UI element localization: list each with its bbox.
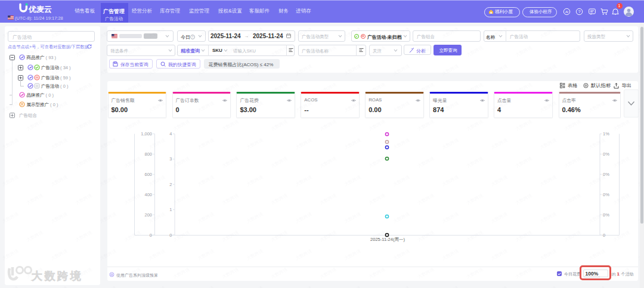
svg-text:0%: 0% — [603, 151, 609, 157]
svg-text:0: 0 — [169, 233, 172, 238]
svg-text:0: 0 — [150, 233, 152, 238]
svg-text:0: 0 — [603, 233, 605, 238]
svg-text:1: 1 — [169, 207, 172, 212]
svg-text:0%: 0% — [603, 172, 609, 177]
svg-text:1,000: 1,000 — [141, 131, 152, 137]
svg-text:2025-11-24(周一): 2025-11-24(周一) — [370, 237, 405, 242]
svg-text:2: 2 — [169, 182, 172, 187]
svg-text:600: 600 — [144, 172, 152, 177]
svg-text:3: 3 — [169, 156, 172, 162]
svg-text:大数跨境: 大数跨境 — [31, 270, 83, 282]
svg-text:800: 800 — [144, 151, 152, 157]
svg-text:4: 4 — [169, 131, 172, 137]
svg-text:AI: AI — [565, 10, 569, 14]
svg-text:1%: 1% — [603, 131, 609, 137]
svg-text:?: ? — [578, 9, 580, 14]
svg-text:400: 400 — [144, 192, 152, 197]
svg-text:200: 200 — [144, 212, 152, 218]
svg-text:0%: 0% — [603, 192, 609, 197]
svg-text:0%: 0% — [603, 212, 609, 218]
